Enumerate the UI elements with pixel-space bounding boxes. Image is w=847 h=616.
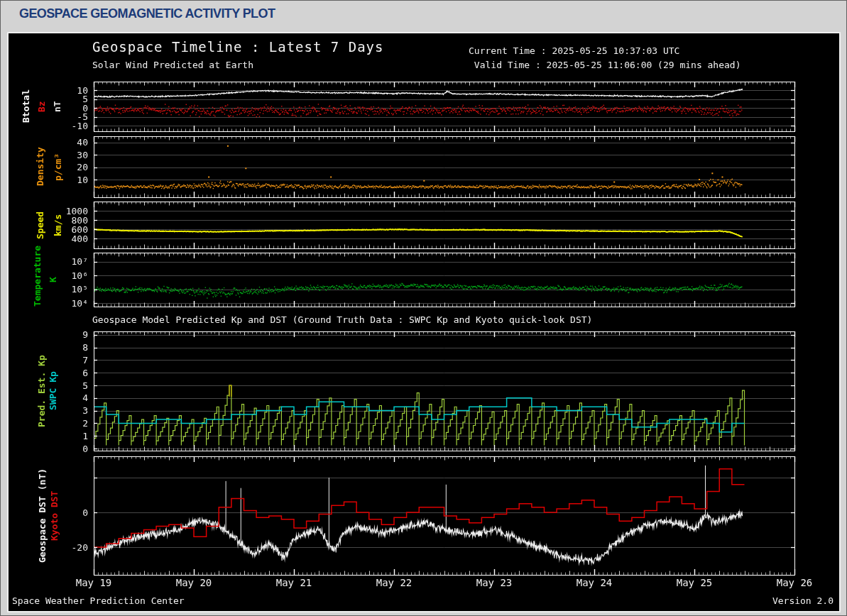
current-time-label: Current Time : 2025-05-25 10:37:03 UTC: [469, 45, 679, 56]
page-title: GEOSPACE GEOMAGNETIC ACTIVITY PLOT: [19, 6, 275, 21]
y-axis-label-density-1: p/cm³: [53, 136, 65, 197]
solar-wind-subtitle: Solar Wind Predicted at Earth: [92, 60, 253, 70]
footer-version: Version 2.0: [772, 595, 834, 606]
x-axis-label: May 22: [366, 577, 422, 588]
x-axis-label: May 21: [266, 577, 322, 588]
y-axis-label-dst-0: Geospace DST (nT): [37, 456, 50, 575]
plot-title: Geospace Timeline : Latest 7 Days: [92, 39, 384, 55]
x-axis-label: May 24: [566, 577, 623, 588]
y-axis-label-imf-1: Bz: [36, 82, 49, 131]
y-axis-label-temperature-0: Temperature: [32, 253, 45, 307]
x-axis-label: May 26: [766, 577, 823, 588]
x-axis-label: May 19: [65, 577, 122, 588]
x-axis-label: May 20: [165, 577, 222, 588]
y-axis-label-imf-0: Btotal: [21, 82, 33, 131]
y-axis-label-speed-1: km/s: [53, 202, 65, 248]
y-axis-label-dst-1: Kyoto DST: [49, 456, 62, 575]
y-axis-label-kp-1: SWPC Kp: [48, 331, 60, 451]
x-axis-label: May 23: [466, 577, 523, 588]
y-axis-label-density-0: Density: [35, 136, 48, 197]
footer-credit: Space Weather Prediction Center: [12, 595, 185, 606]
x-axis-label: May 25: [666, 577, 723, 588]
y-axis-label-speed-0: Speed: [35, 202, 48, 248]
geospace-timeline-plot: Geospace Timeline : Latest 7 Days Curren…: [7, 32, 841, 612]
kp-dst-section-title: Geospace Model Predicted Kp and DST (Gro…: [92, 314, 592, 325]
y-axis-label-temperature-1: K: [48, 253, 60, 307]
valid-time-label: Valid Time : 2025-05-25 11:06:00 (29 min…: [469, 60, 741, 70]
y-axis-label-imf-2: nT: [52, 82, 65, 131]
geospace-activity-page: GEOSPACE GEOMAGNETIC ACTIVITY PLOT Geosp…: [0, 0, 847, 616]
